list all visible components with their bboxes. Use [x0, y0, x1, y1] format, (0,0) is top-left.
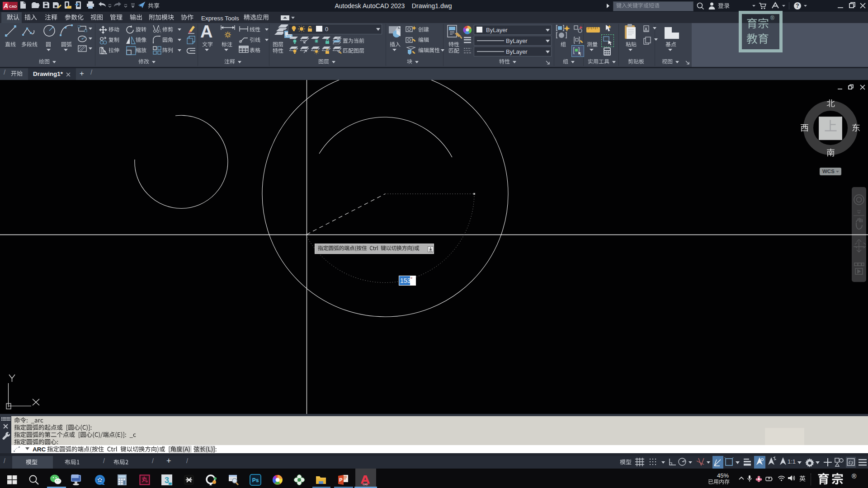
svg-text:CAD: CAD — [363, 483, 368, 486]
svg-text:3: 3 — [165, 476, 169, 485]
svg-text:?: ? — [796, 3, 799, 9]
svg-text:P: P — [339, 477, 342, 483]
svg-text:Ps: Ps — [252, 477, 259, 483]
